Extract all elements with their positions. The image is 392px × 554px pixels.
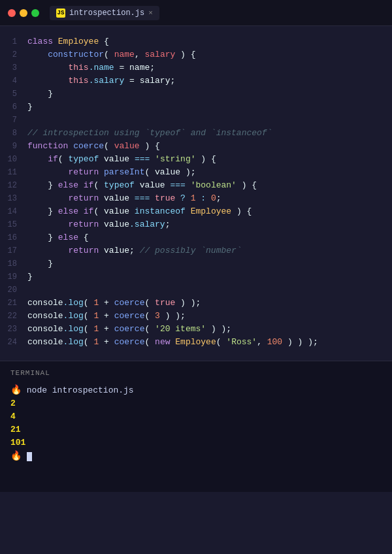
var-token	[27, 76, 68, 86]
table-row: 11 return parseInt( value );	[0, 166, 392, 179]
var-token: ,	[257, 337, 267, 347]
code-content: return value.salary;	[27, 218, 392, 231]
var-token: ) {	[237, 180, 257, 190]
var-token	[150, 193, 155, 203]
code-content: return parseInt( value );	[27, 166, 392, 179]
num-token: 1	[191, 193, 196, 203]
var-token: console	[27, 298, 63, 308]
line-number: 4	[0, 74, 27, 88]
var-token: ) );	[175, 298, 201, 308]
ternary-token: ?	[180, 193, 186, 203]
var-token: ) {	[231, 206, 252, 216]
var-token	[27, 167, 68, 177]
code-content: return value; // possibly `number`	[27, 244, 392, 257]
var-token	[27, 246, 68, 255]
var-token: value	[155, 167, 180, 177]
line-number: 5	[0, 88, 27, 101]
table-row: 23console.log( 1 + coerce( '20 items' ) …	[0, 323, 392, 336]
table-row: 10 if( typeof value === 'string' ) {	[0, 153, 392, 166]
var-token: (	[144, 324, 155, 334]
table-row: 5 }	[0, 88, 392, 101]
var-token	[27, 63, 68, 73]
var-token: (	[84, 324, 94, 334]
fire-icon: 🔥	[10, 385, 22, 395]
code-content: }	[27, 270, 392, 284]
var-token: +	[99, 298, 114, 308]
minimize-button[interactable]	[20, 9, 27, 17]
str-token: 'Ross'	[226, 337, 257, 347]
cls-token: Employee	[58, 37, 99, 46]
bool-val-token: true	[155, 193, 175, 203]
kw-token: else if	[58, 206, 94, 216]
var-token	[27, 50, 48, 59]
line-number: 3	[0, 61, 27, 74]
line-number: 11	[0, 166, 27, 179]
code-content: this.name = name;	[27, 61, 392, 74]
code-content: class Employee {	[27, 35, 392, 48]
table-row: 20	[0, 284, 392, 297]
js-icon: JS	[56, 8, 65, 18]
kw-token: function	[27, 141, 73, 151]
var-token: );	[180, 167, 195, 177]
var-token	[129, 193, 135, 203]
line-number: 19	[0, 270, 27, 284]
var-token: ;	[150, 63, 155, 73]
list-item: 21	[10, 423, 382, 436]
var-token: (	[144, 337, 155, 347]
var-token: value	[104, 246, 129, 255]
table-row: 18 }	[0, 257, 392, 270]
var-token	[150, 154, 155, 164]
bool-val-token: true	[155, 298, 175, 308]
table-row: 1class Employee {	[0, 35, 392, 48]
code-content: }	[27, 101, 392, 114]
file-tab[interactable]: JS introspection.js ×	[50, 6, 159, 20]
var-token: (	[104, 141, 114, 151]
code-content: } else if( typeof value === 'boolean' ) …	[27, 179, 392, 192]
var-token: (	[93, 206, 104, 216]
var-token	[129, 154, 135, 164]
list-item: 4	[10, 410, 382, 423]
kw2-token: typeof	[104, 180, 135, 190]
var-token: }	[27, 259, 53, 269]
var-token: }	[27, 102, 33, 112]
table-row: 6}	[0, 101, 392, 114]
kw-token: else	[58, 233, 78, 242]
kw-token: return	[68, 220, 104, 229]
code-lines: 1class Employee {2 constructor( name, sa…	[0, 33, 392, 351]
tab-close-icon[interactable]: ×	[148, 9, 153, 17]
kw-token: return	[68, 246, 104, 255]
line-number: 6	[0, 101, 27, 114]
param-token: value	[114, 141, 140, 151]
str-token: 'boolean'	[191, 180, 237, 190]
var-token: (	[84, 311, 94, 321]
line-number: 8	[0, 127, 27, 140]
prop-token: .salary	[129, 220, 165, 229]
table-row: 3 this.name = name;	[0, 61, 392, 74]
code-content: } else {	[27, 231, 392, 244]
var-token: value	[104, 154, 129, 164]
titlebar: JS introspection.js ×	[0, 0, 392, 26]
close-button[interactable]	[8, 9, 16, 17]
code-content: function coerce( value ) {	[27, 140, 392, 153]
table-row: 24console.log( 1 + coerce( new Employee(…	[0, 336, 392, 349]
line-number: 24	[0, 336, 27, 349]
var-token: ;	[170, 76, 175, 86]
table-row: 15 return value.salary;	[0, 218, 392, 231]
var-token	[206, 193, 211, 203]
var-token	[129, 206, 135, 216]
code-content: } else if( value instanceof Employee ) {	[27, 205, 392, 218]
var-token: console	[27, 311, 63, 321]
prop-token: .salary	[89, 76, 125, 86]
kw2-token: typeof	[68, 154, 99, 164]
var-token	[27, 220, 68, 229]
var-token: {	[78, 233, 89, 242]
var-token: (	[144, 311, 155, 321]
kw-token: return	[68, 193, 104, 203]
kw-token: return	[68, 167, 104, 177]
code-content: }	[27, 88, 392, 101]
cls-token: Employee	[191, 206, 231, 216]
var-token: (	[216, 337, 227, 347]
terminal-cursor	[27, 452, 32, 461]
var-token: (	[104, 50, 114, 59]
maximize-button[interactable]	[31, 9, 39, 17]
